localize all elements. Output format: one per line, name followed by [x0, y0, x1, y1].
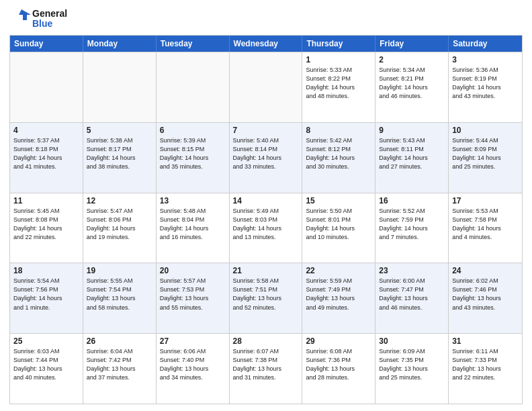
day-info: Sunrise: 6:00 AM Sunset: 7:47 PM Dayligh…	[379, 277, 445, 312]
logo-general: General	[32, 9, 67, 19]
cal-cell: 31Sunrise: 6:11 AM Sunset: 7:33 PM Dayli…	[449, 334, 522, 404]
svg-marker-0	[19, 9, 31, 20]
day-info: Sunrise: 5:58 AM Sunset: 7:51 PM Dayligh…	[233, 277, 299, 312]
day-number: 18	[13, 266, 79, 275]
cal-cell: 25Sunrise: 6:03 AM Sunset: 7:44 PM Dayli…	[10, 334, 83, 404]
cal-cell: 28Sunrise: 6:07 AM Sunset: 7:38 PM Dayli…	[230, 334, 303, 404]
week-row-0: 1Sunrise: 5:33 AM Sunset: 8:22 PM Daylig…	[10, 52, 522, 122]
calendar: SundayMondayTuesdayWednesdayThursdayFrid…	[9, 35, 523, 404]
cal-cell	[10, 52, 83, 122]
cal-cell: 24Sunrise: 6:02 AM Sunset: 7:46 PM Dayli…	[449, 263, 522, 333]
cal-cell	[230, 52, 303, 122]
day-info: Sunrise: 5:54 AM Sunset: 7:56 PM Dayligh…	[13, 277, 79, 312]
cal-cell: 7Sunrise: 5:40 AM Sunset: 8:14 PM Daylig…	[230, 123, 303, 193]
day-number: 20	[160, 266, 226, 275]
day-info: Sunrise: 5:34 AM Sunset: 8:21 PM Dayligh…	[379, 66, 445, 101]
cal-cell: 26Sunrise: 6:04 AM Sunset: 7:42 PM Dayli…	[83, 334, 157, 404]
day-info: Sunrise: 6:06 AM Sunset: 7:40 PM Dayligh…	[160, 347, 226, 382]
day-number: 3	[452, 55, 519, 64]
day-number: 15	[306, 196, 371, 205]
cal-cell: 30Sunrise: 6:09 AM Sunset: 7:35 PM Dayli…	[375, 334, 449, 404]
cal-cell: 22Sunrise: 5:59 AM Sunset: 7:49 PM Dayli…	[302, 263, 375, 333]
day-info: Sunrise: 5:42 AM Sunset: 8:12 PM Dayligh…	[306, 136, 371, 171]
cal-cell: 14Sunrise: 5:49 AM Sunset: 8:03 PM Dayli…	[230, 193, 303, 263]
header: General Blue	[9, 7, 523, 31]
cal-cell: 27Sunrise: 6:06 AM Sunset: 7:40 PM Dayli…	[157, 334, 230, 404]
day-info: Sunrise: 5:39 AM Sunset: 8:15 PM Dayligh…	[160, 136, 226, 171]
cal-cell: 12Sunrise: 5:47 AM Sunset: 8:06 PM Dayli…	[83, 193, 157, 263]
day-info: Sunrise: 5:57 AM Sunset: 7:53 PM Dayligh…	[160, 277, 226, 312]
page: General Blue SundayMondayTuesdayWednesda…	[0, 0, 532, 411]
logo-bird-icon	[9, 7, 31, 31]
day-number: 26	[87, 336, 152, 346]
day-number: 24	[452, 266, 519, 275]
day-info: Sunrise: 5:49 AM Sunset: 8:03 PM Dayligh…	[233, 207, 299, 242]
day-info: Sunrise: 6:04 AM Sunset: 7:42 PM Dayligh…	[87, 347, 152, 382]
header-cell-saturday: Saturday	[449, 36, 522, 52]
day-number: 31	[452, 336, 519, 346]
day-info: Sunrise: 5:36 AM Sunset: 8:19 PM Dayligh…	[452, 66, 519, 101]
day-number: 23	[379, 266, 445, 275]
day-number: 21	[233, 266, 299, 275]
logo-blue: Blue	[32, 19, 67, 29]
day-number: 12	[87, 196, 152, 205]
calendar-body: 1Sunrise: 5:33 AM Sunset: 8:22 PM Daylig…	[10, 52, 522, 404]
day-number: 17	[452, 196, 519, 205]
day-number: 16	[379, 196, 445, 205]
day-info: Sunrise: 5:52 AM Sunset: 7:59 PM Dayligh…	[379, 207, 445, 242]
cal-cell: 18Sunrise: 5:54 AM Sunset: 7:56 PM Dayli…	[10, 263, 83, 333]
day-number: 7	[233, 126, 299, 135]
cal-cell: 16Sunrise: 5:52 AM Sunset: 7:59 PM Dayli…	[375, 193, 449, 263]
cal-cell	[157, 52, 230, 122]
day-number: 1	[306, 55, 371, 64]
header-cell-friday: Friday	[375, 36, 449, 52]
day-info: Sunrise: 6:08 AM Sunset: 7:36 PM Dayligh…	[306, 347, 371, 382]
day-number: 9	[379, 126, 445, 135]
day-number: 10	[452, 126, 519, 135]
day-number: 4	[13, 126, 79, 135]
cal-cell	[83, 52, 157, 122]
day-info: Sunrise: 5:59 AM Sunset: 7:49 PM Dayligh…	[306, 277, 371, 312]
day-number: 2	[379, 55, 445, 64]
header-cell-sunday: Sunday	[10, 36, 83, 52]
day-info: Sunrise: 5:38 AM Sunset: 8:17 PM Dayligh…	[87, 136, 152, 171]
day-info: Sunrise: 5:45 AM Sunset: 8:08 PM Dayligh…	[13, 207, 79, 242]
cal-cell: 8Sunrise: 5:42 AM Sunset: 8:12 PM Daylig…	[302, 123, 375, 193]
header-cell-tuesday: Tuesday	[157, 36, 230, 52]
cal-cell: 13Sunrise: 5:48 AM Sunset: 8:04 PM Dayli…	[157, 193, 230, 263]
day-info: Sunrise: 5:43 AM Sunset: 8:11 PM Dayligh…	[379, 136, 445, 171]
day-number: 29	[306, 336, 371, 346]
day-number: 11	[13, 196, 79, 205]
day-info: Sunrise: 6:03 AM Sunset: 7:44 PM Dayligh…	[13, 347, 79, 382]
day-info: Sunrise: 5:44 AM Sunset: 8:09 PM Dayligh…	[452, 136, 519, 171]
cal-cell: 4Sunrise: 5:37 AM Sunset: 8:18 PM Daylig…	[10, 123, 83, 193]
week-row-3: 18Sunrise: 5:54 AM Sunset: 7:56 PM Dayli…	[10, 263, 522, 333]
day-number: 8	[306, 126, 371, 135]
day-number: 28	[233, 336, 299, 346]
header-cell-wednesday: Wednesday	[230, 36, 303, 52]
day-info: Sunrise: 5:47 AM Sunset: 8:06 PM Dayligh…	[87, 207, 152, 242]
day-info: Sunrise: 6:02 AM Sunset: 7:46 PM Dayligh…	[452, 277, 519, 312]
day-info: Sunrise: 5:55 AM Sunset: 7:54 PM Dayligh…	[87, 277, 152, 312]
day-info: Sunrise: 5:53 AM Sunset: 7:58 PM Dayligh…	[452, 207, 519, 242]
day-number: 30	[379, 336, 445, 346]
cal-cell: 17Sunrise: 5:53 AM Sunset: 7:58 PM Dayli…	[449, 193, 522, 263]
cal-cell: 29Sunrise: 6:08 AM Sunset: 7:36 PM Dayli…	[302, 334, 375, 404]
week-row-4: 25Sunrise: 6:03 AM Sunset: 7:44 PM Dayli…	[10, 333, 522, 404]
day-info: Sunrise: 5:48 AM Sunset: 8:04 PM Dayligh…	[160, 207, 226, 242]
cal-cell: 2Sunrise: 5:34 AM Sunset: 8:21 PM Daylig…	[375, 52, 449, 122]
logo: General Blue	[9, 7, 67, 31]
cal-cell: 3Sunrise: 5:36 AM Sunset: 8:19 PM Daylig…	[449, 52, 522, 122]
day-info: Sunrise: 5:37 AM Sunset: 8:18 PM Dayligh…	[13, 136, 79, 171]
cal-cell: 5Sunrise: 5:38 AM Sunset: 8:17 PM Daylig…	[83, 123, 157, 193]
day-info: Sunrise: 5:50 AM Sunset: 8:01 PM Dayligh…	[306, 207, 371, 242]
cal-cell: 21Sunrise: 5:58 AM Sunset: 7:51 PM Dayli…	[230, 263, 303, 333]
day-number: 14	[233, 196, 299, 205]
header-cell-monday: Monday	[83, 36, 157, 52]
day-number: 6	[160, 126, 226, 135]
day-number: 22	[306, 266, 371, 275]
week-row-2: 11Sunrise: 5:45 AM Sunset: 8:08 PM Dayli…	[10, 193, 522, 263]
cal-cell: 20Sunrise: 5:57 AM Sunset: 7:53 PM Dayli…	[157, 263, 230, 333]
calendar-header-row: SundayMondayTuesdayWednesdayThursdayFrid…	[10, 36, 522, 52]
cal-cell: 10Sunrise: 5:44 AM Sunset: 8:09 PM Dayli…	[449, 123, 522, 193]
